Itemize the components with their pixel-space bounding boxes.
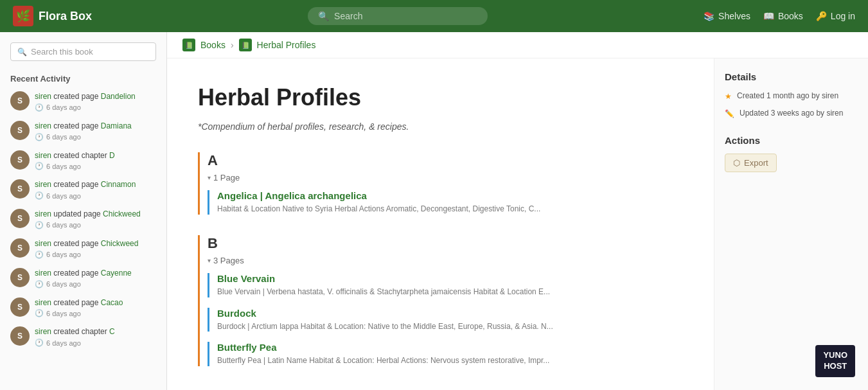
activity-time: 🕐 6 days ago	[35, 221, 141, 229]
nav-books[interactable]: 📖 Books	[763, 11, 803, 21]
page-link[interactable]: C	[109, 327, 115, 336]
search-icon: 🔍	[318, 11, 329, 21]
list-item: Butterfly Pea Butterfly Pea | Latin Name…	[208, 342, 683, 366]
created-detail: ★ Created 1 month ago by siren	[725, 90, 858, 102]
user-link[interactable]: siren	[35, 121, 51, 130]
clock-icon: 🕐	[35, 221, 44, 229]
chapter-letter-a: A	[208, 152, 683, 169]
avatar: S	[10, 91, 30, 111]
book-item-title[interactable]: Angelica | Angelica archangelica	[217, 190, 683, 201]
avatar: S	[10, 121, 30, 140]
activity-time: 🕐 6 days ago	[35, 162, 115, 170]
activity-text: siren created page Cacao	[35, 297, 123, 308]
page-link[interactable]: Damiana	[101, 121, 132, 130]
export-icon: ⬡	[733, 158, 740, 168]
breadcrumb-herbal-link[interactable]: Herbal Profiles	[257, 40, 316, 50]
list-item: S siren updated page Chickweed 🕐 6 days …	[10, 209, 156, 229]
activity-text: siren created page Chickweed	[35, 238, 138, 249]
activity-text: siren created chapter D	[35, 150, 115, 161]
main-content: 📗 Books › 📗 Herbal Profiles Herbal Profi…	[167, 32, 868, 390]
activity-time: 🕐 6 days ago	[35, 280, 132, 288]
activity-text: siren created chapter C	[35, 326, 115, 337]
chapter-a-items: Angelica | Angelica archangelica Habitat…	[208, 190, 683, 215]
header: 🌿 Flora Box 🔍 📚 Shelves 📖 Books 🔑 Log in	[0, 0, 868, 32]
book-item-title[interactable]: Blue Vervain	[217, 273, 683, 284]
breadcrumb: 📗 Books › 📗 Herbal Profiles	[167, 32, 868, 58]
updated-text: Updated 3 weeks ago by siren	[740, 107, 843, 119]
chapter-triangle-icon: ▾	[208, 174, 211, 181]
activity-text: siren created page Damiana	[35, 121, 132, 132]
export-label: Export	[744, 158, 768, 168]
export-button[interactable]: ⬡ Export	[725, 154, 777, 172]
activity-time: 🕐 6 days ago	[35, 103, 136, 112]
activity-text: siren updated page Chickweed	[35, 209, 141, 220]
page-title: Herbal Profiles	[198, 84, 683, 111]
user-link[interactable]: siren	[35, 327, 51, 336]
page-link[interactable]: Cinnamon	[101, 180, 136, 189]
page-content: Herbal Profiles *Compendium of herbal pr…	[167, 58, 714, 390]
page-link[interactable]: Chickweed	[101, 239, 139, 248]
user-link[interactable]: siren	[35, 269, 51, 278]
page-link[interactable]: Dandelion	[101, 92, 136, 101]
activity-time: 🕐 6 days ago	[35, 251, 138, 259]
list-item: Blue Vervain Blue Vervain | Verbena hast…	[208, 273, 683, 297]
book-item-title[interactable]: Burdock	[217, 308, 683, 319]
breadcrumb-books-link[interactable]: Books	[200, 40, 226, 50]
page-link[interactable]: Cacao	[101, 298, 123, 307]
user-link[interactable]: siren	[35, 239, 51, 248]
list-item: S siren created chapter C 🕐 6 days ago	[10, 326, 156, 347]
user-link[interactable]: siren	[35, 92, 51, 101]
avatar: S	[10, 238, 30, 258]
book-item-desc: Blue Vervain | Verbena hastata, V. offic…	[217, 287, 603, 297]
star-icon: ★	[725, 91, 732, 102]
search-book-container: 🔍	[10, 42, 156, 61]
actions-section: Actions ⬡ Export	[725, 135, 858, 172]
yuno-line2: HOST	[823, 361, 847, 372]
user-link[interactable]: siren	[35, 209, 51, 218]
page-link[interactable]: Chickweed	[103, 209, 141, 218]
global-search-input[interactable]	[334, 11, 477, 21]
chapter-b-items: Blue Vervain Blue Vervain | Verbena hast…	[208, 273, 683, 366]
clock-icon: 🕐	[35, 339, 44, 347]
list-item: S siren created page Cinnamon 🕐 6 days a…	[10, 179, 156, 200]
logo[interactable]: 🌿 Flora Box	[13, 6, 92, 26]
clock-icon: 🕐	[35, 309, 44, 317]
user-link[interactable]: siren	[35, 151, 51, 160]
activity-time: 🕐 6 days ago	[35, 339, 115, 347]
page-subtitle: *Compendium of herbal profiles, research…	[198, 121, 683, 132]
search-book-field[interactable]: 🔍	[10, 42, 156, 61]
actions-title: Actions	[725, 135, 858, 146]
clock-icon: 🕐	[35, 133, 44, 141]
clock-icon: 🕐	[35, 103, 44, 112]
chapter-triangle-icon: ▾	[208, 257, 211, 264]
avatar: S	[10, 297, 30, 317]
activity-text: siren created page Cinnamon	[35, 179, 136, 190]
list-item: S siren created page Chickweed 🕐 6 days …	[10, 238, 156, 259]
book-item-desc: Burdock | Arctium lappa Habitat & Locati…	[217, 321, 603, 332]
user-link[interactable]: siren	[35, 298, 51, 307]
book-item-title[interactable]: Butterfly Pea	[217, 342, 683, 353]
activity-time: 🕐 6 days ago	[35, 133, 132, 141]
user-link[interactable]: siren	[35, 180, 51, 189]
avatar: S	[10, 326, 30, 346]
chapter-count-b: ▾ 3 Pages	[208, 256, 683, 265]
search-book-input[interactable]	[31, 47, 149, 57]
list-item: Angelica | Angelica archangelica Habitat…	[208, 190, 683, 215]
nav-login[interactable]: 🔑 Log in	[816, 11, 855, 21]
book-item-desc: Habitat & Location Native to Syria Herba…	[217, 204, 603, 215]
nav-links: 📚 Shelves 📖 Books 🔑 Log in	[704, 11, 855, 21]
avatar: S	[10, 150, 30, 170]
page-link[interactable]: Cayenne	[101, 269, 132, 278]
search-book-icon: 🔍	[17, 48, 27, 57]
page-link[interactable]: D	[109, 151, 115, 160]
global-search[interactable]: 🔍	[308, 7, 488, 25]
list-item: S siren created page Damiana 🕐 6 days ag…	[10, 121, 156, 141]
logo-icon: 🌿	[13, 6, 33, 26]
nav-shelves[interactable]: 📚 Shelves	[704, 11, 750, 21]
sidebar: 🔍 Recent Activity S siren created page D…	[0, 32, 167, 390]
yuno-host-badge: YUNO HOST	[815, 345, 855, 377]
book-item-desc: Butterfly Pea | Latin Name Habitat & Loc…	[217, 355, 603, 366]
pencil-icon: ✏️	[725, 108, 734, 120]
activity-time: 🕐 6 days ago	[35, 191, 136, 200]
herbal-breadcrumb-icon: 📗	[239, 39, 252, 51]
